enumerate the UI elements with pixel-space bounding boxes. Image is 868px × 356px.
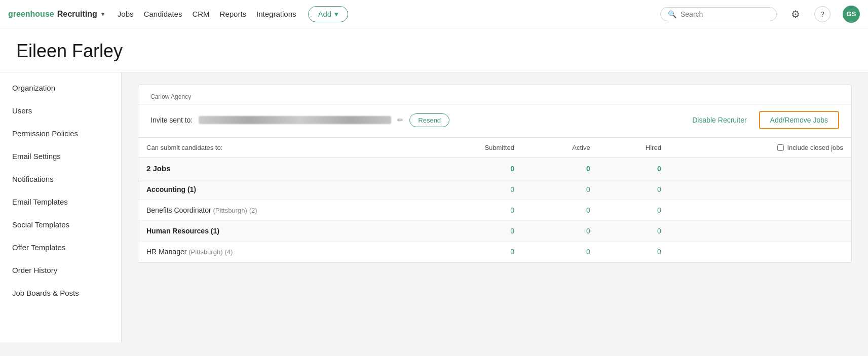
summary-submitted: 0 (421, 158, 522, 179)
avatar-btn[interactable]: GS (843, 6, 860, 23)
invite-email-blur (199, 116, 391, 124)
job-benefits-active: 0 (522, 200, 598, 221)
page-title: Eileen Farley (16, 41, 852, 62)
sidebar-item-email-settings[interactable]: Email Settings (0, 145, 121, 168)
search-input[interactable] (681, 10, 769, 18)
sidebar-item-order-history[interactable]: Order History (0, 259, 121, 282)
search-box: 🔍 (660, 7, 777, 21)
nav-jobs[interactable]: Jobs (118, 10, 134, 18)
group-hr-active: 0 (522, 221, 598, 242)
group-accounting-name: Accounting (1) (138, 179, 421, 200)
include-closed-text: Include closed jobs (787, 144, 843, 151)
sidebar-item-email-templates[interactable]: Email Templates (0, 190, 121, 213)
card-header: Carlow Agency (138, 85, 851, 105)
table-header-row: Can submit candidates to: Submitted Acti… (138, 138, 851, 158)
nav-crm[interactable]: CRM (192, 10, 209, 18)
job-hr-hired: 0 (598, 242, 669, 262)
summary-active: 0 (522, 158, 598, 179)
help-icon-btn[interactable]: ? (814, 6, 831, 22)
top-nav: greenhouse Recruiting ▾ Jobs Candidates … (0, 0, 868, 28)
group-accounting-hired: 0 (598, 179, 669, 200)
logo-dropdown-btn[interactable]: ▾ (100, 10, 105, 19)
job-id-hr: (4) (224, 248, 233, 256)
include-closed-checkbox[interactable] (777, 144, 784, 151)
job-benefits-hired: 0 (598, 200, 669, 221)
summary-row: 2 Jobs 0 0 0 (138, 158, 851, 179)
summary-label: 2 Jobs (138, 158, 421, 179)
logo-text-green: greenhouse (8, 10, 54, 19)
col-hired: Hired (598, 138, 669, 158)
group-hr-hired: 0 (598, 221, 669, 242)
include-closed-label[interactable]: Include closed jobs (677, 144, 843, 151)
col-submitted: Submitted (421, 138, 522, 158)
nav-reports[interactable]: Reports (220, 10, 247, 18)
main-card: Carlow Agency Invite sent to: ✏ Resend D… (138, 85, 852, 263)
sidebar-item-offer-templates[interactable]: Offer Templates (0, 236, 121, 259)
search-icon: 🔍 (668, 10, 676, 18)
settings-icon-btn[interactable]: ⚙ (789, 6, 802, 22)
sidebar-item-notifications[interactable]: Notifications (0, 168, 121, 190)
job-name: HR Manager (146, 248, 186, 256)
disable-recruiter-button[interactable]: Disable Recruiter (686, 113, 752, 127)
job-hr-active: 0 (522, 242, 598, 262)
table-row: Benefits Coordinator (Pittsburgh) (2) 0 … (138, 200, 851, 221)
sidebar-item-users[interactable]: Users (0, 99, 121, 122)
nav-integrations[interactable]: Integrations (256, 10, 296, 18)
sidebar-item-organization[interactable]: Organization (0, 76, 121, 99)
main-content: Carlow Agency Invite sent to: ✏ Resend D… (122, 72, 868, 342)
resend-button[interactable]: Resend (409, 113, 449, 127)
logo: greenhouse Recruiting ▾ (8, 10, 105, 19)
col-submit: Can submit candidates to: (138, 138, 421, 158)
table-row: Human Resources (1) 0 0 0 (138, 221, 851, 242)
job-benefits-name: Benefits Coordinator (Pittsburgh) (2) (138, 200, 421, 221)
table-row: Accounting (1) 0 0 0 (138, 179, 851, 200)
group-accounting-active: 0 (522, 179, 598, 200)
add-button[interactable]: Add ▾ (308, 6, 348, 22)
job-location-text: (Pittsburgh) (213, 207, 247, 214)
page-header: Eileen Farley (0, 28, 868, 72)
edit-icon[interactable]: ✏ (397, 116, 403, 124)
add-dropdown-icon: ▾ (334, 10, 338, 19)
logo-text-black: Recruiting (57, 10, 97, 19)
sidebar-item-job-boards[interactable]: Job Boards & Posts (0, 282, 121, 304)
nav-links: Jobs Candidates CRM Reports Integrations (118, 10, 296, 18)
col-active: Active (522, 138, 598, 158)
jobs-table: Can submit candidates to: Submitted Acti… (138, 138, 851, 262)
sidebar-item-social-templates[interactable]: Social Templates (0, 213, 121, 236)
job-hr-submitted: 0 (421, 242, 522, 262)
group-hr-name: Human Resources (1) (138, 221, 421, 242)
add-remove-jobs-button[interactable]: Add/Remove Jobs (759, 111, 839, 129)
job-benefits-submitted: 0 (421, 200, 522, 221)
group-hr-submitted: 0 (421, 221, 522, 242)
add-label: Add (318, 10, 331, 18)
agency-name: Carlow Agency (150, 93, 191, 100)
job-location-city: (Pittsburgh) (188, 248, 222, 256)
content-area: Organization Users Permission Policies E… (0, 72, 868, 342)
job-name: Benefits Coordinator (146, 206, 211, 214)
sidebar-item-permission-policies[interactable]: Permission Policies (0, 122, 121, 145)
invite-row: Invite sent to: ✏ Resend Disable Recruit… (138, 105, 851, 138)
col-closed: Include closed jobs (669, 138, 851, 158)
table-row: HR Manager (Pittsburgh) (4) 0 0 0 (138, 242, 851, 262)
sidebar: Organization Users Permission Policies E… (0, 72, 122, 342)
group-accounting-submitted: 0 (421, 179, 522, 200)
nav-candidates[interactable]: Candidates (144, 10, 182, 18)
job-hr-name: HR Manager (Pittsburgh) (4) (138, 242, 421, 262)
job-id: (2) (249, 207, 257, 214)
invite-label: Invite sent to: (150, 116, 193, 124)
summary-hired: 0 (598, 158, 669, 179)
